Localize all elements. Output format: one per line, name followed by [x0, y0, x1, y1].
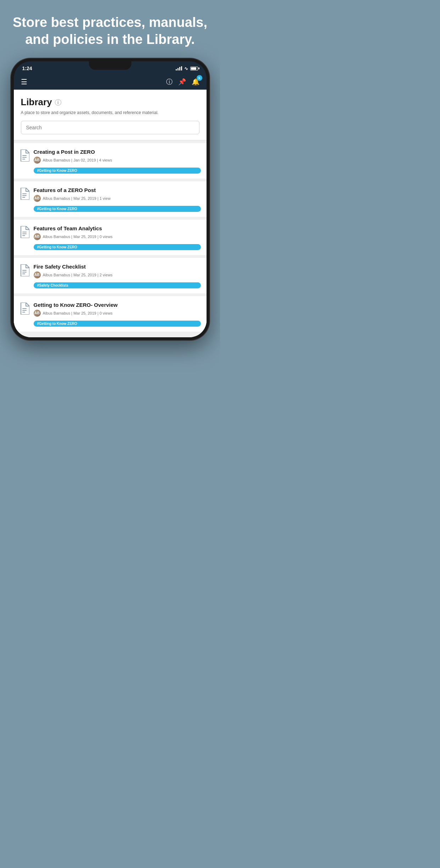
item-content: Fire Safety Checklist AB Albus Barnabus …: [34, 264, 201, 278]
item-content: Features of a ZERO Post AB Albus Barnabu…: [34, 187, 201, 202]
list-item-top: Creating a Post in ZERO AB Albus Barnabu…: [19, 149, 201, 164]
item-content: Creating a Post in ZERO AB Albus Barnabu…: [34, 149, 201, 164]
nav-bar: ☰ ⓘ 📌 🔔 6: [14, 74, 207, 90]
avatar: AB: [34, 310, 41, 317]
pin-icon[interactable]: 📌: [178, 78, 186, 86]
notification-badge: 6: [197, 75, 202, 81]
notch: [89, 61, 131, 70]
battery-icon: [190, 67, 198, 71]
phone-inner: 1:24 ∿ ☰ ⓘ 📌 🔔: [14, 61, 207, 337]
list-item-top: Features of Team Analytics AB Albus Barn…: [19, 225, 201, 241]
item-meta: AB Albus Barnabus | Mar 25, 2019 | 2 vie…: [34, 271, 201, 278]
list-item[interactable]: Getting to Know ZERO- Overview AB Albus …: [14, 296, 207, 332]
phone-wrapper: 1:24 ∿ ☰ ⓘ 📌 🔔: [11, 58, 209, 340]
item-author: Albus Barnabus | Mar 25, 2019 | 0 views: [43, 235, 113, 239]
phone-frame: 1:24 ∿ ☰ ⓘ 📌 🔔: [11, 58, 209, 340]
document-icon: [19, 188, 29, 202]
help-icon[interactable]: ⓘ: [166, 78, 173, 86]
avatar: AB: [34, 157, 41, 164]
svg-rect-10: [22, 272, 27, 272]
document-icon: [19, 303, 29, 317]
library-subtitle: A place to store and organize assets, do…: [21, 110, 199, 116]
menu-icon[interactable]: ☰: [21, 78, 27, 86]
document-icon: [19, 264, 29, 279]
svg-rect-1: [22, 157, 27, 158]
item-author: Albus Barnabus | Mar 25, 2019 | 0 views: [43, 311, 113, 315]
avatar: AB: [34, 271, 41, 278]
svg-rect-7: [22, 233, 27, 234]
svg-rect-9: [22, 270, 27, 271]
item-meta: AB Albus Barnabus | Jan 02, 2019 | 4 vie…: [34, 157, 201, 164]
item-tag[interactable]: #Safety Checklists: [34, 282, 201, 288]
list-item[interactable]: Features of a ZERO Post AB Albus Barnabu…: [14, 181, 207, 217]
item-meta: AB Albus Barnabus | Mar 25, 2019 | 1 vie…: [34, 195, 201, 202]
item-title: Creating a Post in ZERO: [34, 149, 201, 155]
item-author: Albus Barnabus | Mar 25, 2019 | 2 views: [43, 273, 113, 277]
notification-icon[interactable]: 🔔 6: [192, 78, 199, 86]
list-container: Creating a Post in ZERO AB Albus Barnabu…: [14, 140, 207, 337]
item-author: Albus Barnabus | Mar 25, 2019 | 1 view: [43, 196, 111, 201]
library-title: Library: [21, 97, 52, 108]
library-header: Library i A place to store and organize …: [14, 90, 207, 140]
document-icon: [19, 150, 29, 164]
list-item[interactable]: Creating a Post in ZERO AB Albus Barnabu…: [14, 143, 207, 179]
avatar: AB: [34, 195, 41, 202]
list-item[interactable]: Features of Team Analytics AB Albus Barn…: [14, 220, 207, 255]
svg-rect-14: [22, 312, 25, 312]
list-item[interactable]: Fire Safety Checklist AB Albus Barnabus …: [14, 258, 207, 293]
svg-rect-4: [22, 195, 27, 196]
item-title: Features of Team Analytics: [34, 225, 201, 231]
list-item-top: Getting to Know ZERO- Overview AB Albus …: [19, 302, 201, 317]
svg-rect-5: [22, 197, 25, 198]
svg-rect-3: [22, 193, 27, 194]
svg-rect-13: [22, 310, 27, 311]
hero-text: Store best practices, manuals, and polic…: [0, 0, 220, 58]
status-time: 1:24: [22, 66, 32, 71]
avatar: AB: [34, 233, 41, 240]
status-icons: ∿: [176, 66, 198, 71]
item-tag[interactable]: #Getting to Know ZERO: [34, 244, 201, 250]
item-content: Getting to Know ZERO- Overview AB Albus …: [34, 302, 201, 317]
wifi-icon: ∿: [184, 66, 188, 71]
item-title: Getting to Know ZERO- Overview: [34, 302, 201, 308]
item-title: Features of a ZERO Post: [34, 187, 201, 193]
item-tag[interactable]: #Getting to Know ZERO: [34, 321, 201, 327]
nav-right-icons: ⓘ 📌 🔔 6: [166, 78, 199, 86]
svg-rect-12: [22, 308, 27, 309]
signal-bars-icon: [176, 66, 182, 71]
item-tag[interactable]: #Getting to Know ZERO: [34, 206, 201, 212]
document-icon: [19, 226, 29, 241]
info-icon[interactable]: i: [55, 99, 61, 106]
item-tag[interactable]: #Getting to Know ZERO: [34, 168, 201, 174]
list-item-top: Features of a ZERO Post AB Albus Barnabu…: [19, 187, 201, 202]
item-title: Fire Safety Checklist: [34, 264, 201, 270]
item-meta: AB Albus Barnabus | Mar 25, 2019 | 0 vie…: [34, 310, 201, 317]
library-title-row: Library i: [21, 97, 199, 108]
list-item-top: Fire Safety Checklist AB Albus Barnabus …: [19, 264, 201, 279]
svg-rect-8: [22, 235, 25, 236]
svg-rect-2: [22, 159, 25, 159]
item-content: Features of Team Analytics AB Albus Barn…: [34, 225, 201, 240]
svg-rect-6: [22, 232, 27, 232]
svg-rect-11: [22, 274, 25, 274]
search-input[interactable]: [21, 121, 199, 134]
svg-rect-0: [22, 155, 27, 156]
item-meta: AB Albus Barnabus | Mar 25, 2019 | 0 vie…: [34, 233, 201, 240]
content-area: Library i A place to store and organize …: [14, 90, 207, 337]
item-author: Albus Barnabus | Jan 02, 2019 | 4 views: [43, 158, 112, 162]
